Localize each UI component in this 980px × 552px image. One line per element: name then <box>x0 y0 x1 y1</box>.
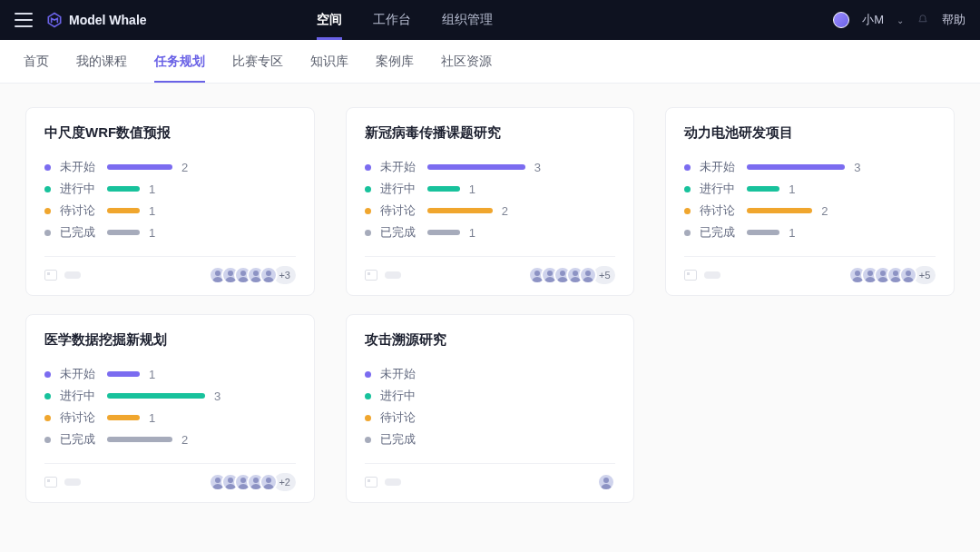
member-avatars[interactable]: +2 <box>209 473 296 491</box>
project-card[interactable]: 动力电池研发项目未开始3进行中1待讨论2已完成1+5 <box>665 107 955 296</box>
status-count: 1 <box>789 226 799 240</box>
footer-meta <box>365 477 401 488</box>
card-icon <box>684 270 697 281</box>
help-link[interactable]: 帮助 <box>942 12 965 28</box>
member-avatars[interactable]: +3 <box>209 266 296 284</box>
card-icon <box>44 270 57 281</box>
subtab-5[interactable]: 案例库 <box>376 40 414 83</box>
member-avatar[interactable] <box>597 473 615 491</box>
topbar: Model Whale 空间工作台组织管理 小M ⌄ 帮助 <box>0 0 980 40</box>
footer-pill <box>385 478 401 486</box>
status-label: 待讨论 <box>60 409 98 426</box>
status-count: 1 <box>469 182 480 196</box>
footer-meta <box>684 270 720 281</box>
top-tab-0[interactable]: 空间 <box>317 0 342 40</box>
status-label: 未开始 <box>60 366 98 382</box>
project-card[interactable]: 新冠病毒传播课题研究未开始3进行中1待讨论2已完成1+5 <box>346 107 635 296</box>
card-footer <box>365 463 616 491</box>
subtab-3[interactable]: 比赛专区 <box>232 40 283 83</box>
topbar-right: 小M ⌄ 帮助 <box>833 12 965 28</box>
status-row-pending: 待讨论2 <box>365 200 616 222</box>
status-label: 进行中 <box>60 388 98 404</box>
member-avatar[interactable] <box>579 266 597 284</box>
status-bar <box>107 415 140 420</box>
status-label: 待讨论 <box>60 202 98 219</box>
card-title: 中尺度WRF数值预报 <box>44 124 296 142</box>
member-avatars[interactable]: +5 <box>528 266 615 284</box>
project-card[interactable]: 攻击溯源研究未开始进行中待讨论已完成 <box>346 314 635 503</box>
status-row-pending: 待讨论 <box>365 407 616 429</box>
status-dot-icon <box>365 230 371 236</box>
status-dot-icon <box>365 164 371 171</box>
status-dot-icon <box>365 437 371 443</box>
status-label: 已完成 <box>700 224 738 241</box>
status-label: 已完成 <box>60 431 98 448</box>
status-label: 进行中 <box>380 388 418 404</box>
subtab-4[interactable]: 知识库 <box>310 40 348 83</box>
footer-pill <box>385 271 401 279</box>
status-bar <box>427 208 493 213</box>
status-count: 3 <box>854 161 865 174</box>
status-bar <box>107 437 172 442</box>
status-row-done: 已完成2 <box>44 429 296 450</box>
project-card[interactable]: 医学数据挖掘新规划未开始1进行中3待讨论1已完成2+2 <box>25 314 315 503</box>
status-label: 待讨论 <box>700 202 738 219</box>
status-label: 未开始 <box>700 159 738 175</box>
status-dot-icon <box>44 393 51 399</box>
card-icon <box>44 477 57 488</box>
menu-icon[interactable] <box>15 13 33 27</box>
status-count: 2 <box>181 433 192 447</box>
status-bar <box>747 164 845 170</box>
status-count: 1 <box>469 226 480 240</box>
status-bar <box>747 186 779 192</box>
chevron-down-icon[interactable]: ⌄ <box>897 15 904 25</box>
member-avatars[interactable] <box>597 473 615 491</box>
status-dot-icon <box>44 437 51 443</box>
member-avatar[interactable] <box>260 473 278 491</box>
status-row-pending: 待讨论1 <box>44 407 296 429</box>
subtabs: 首页我的课程任务规划比赛专区知识库案例库社区资源 <box>0 40 980 84</box>
status-row-in_progress: 进行中1 <box>365 178 616 200</box>
username[interactable]: 小M <box>862 12 884 28</box>
status-row-done: 已完成 <box>365 429 616 450</box>
subtab-1[interactable]: 我的课程 <box>76 40 127 83</box>
status-row-pending: 待讨论2 <box>684 200 936 222</box>
top-tab-2[interactable]: 组织管理 <box>442 0 493 40</box>
status-row-in_progress: 进行中1 <box>684 178 936 200</box>
status-bar <box>107 371 140 377</box>
avatar[interactable] <box>833 12 849 28</box>
member-avatar[interactable] <box>260 266 278 284</box>
status-label: 未开始 <box>380 366 418 382</box>
status-row-done: 已完成1 <box>684 222 936 243</box>
subtab-0[interactable]: 首页 <box>24 40 49 83</box>
bell-icon[interactable] <box>916 14 929 26</box>
member-avatar[interactable] <box>899 266 917 284</box>
card-title: 医学数据挖掘新规划 <box>44 331 296 349</box>
status-dot-icon <box>44 164 51 171</box>
subtab-2[interactable]: 任务规划 <box>154 40 205 83</box>
card-footer: +3 <box>44 256 296 284</box>
status-row-in_progress: 进行中 <box>365 385 616 407</box>
card-title: 攻击溯源研究 <box>365 331 616 349</box>
member-avatars[interactable]: +5 <box>848 266 936 284</box>
status-label: 已完成 <box>380 224 418 241</box>
project-card[interactable]: 中尺度WRF数值预报未开始2进行中1待讨论1已完成1+3 <box>25 107 315 296</box>
top-tab-1[interactable]: 工作台 <box>373 0 411 40</box>
status-label: 进行中 <box>380 181 418 197</box>
status-row-done: 已完成1 <box>365 222 616 243</box>
status-dot-icon <box>684 208 691 214</box>
status-bar <box>107 393 205 399</box>
status-count: 2 <box>502 204 513 218</box>
status-row-in_progress: 进行中1 <box>44 178 296 200</box>
footer-pill <box>704 271 720 279</box>
status-count: 1 <box>149 226 160 240</box>
status-bar <box>107 230 140 235</box>
status-bar <box>747 208 812 213</box>
subtab-6[interactable]: 社区资源 <box>441 40 492 83</box>
status-row-not_started: 未开始 <box>365 363 616 385</box>
status-dot-icon <box>365 371 371 378</box>
card-footer: +5 <box>684 256 936 284</box>
status-bar <box>107 186 140 192</box>
brand[interactable]: Model Whale <box>45 11 147 29</box>
status-row-not_started: 未开始2 <box>44 156 296 178</box>
